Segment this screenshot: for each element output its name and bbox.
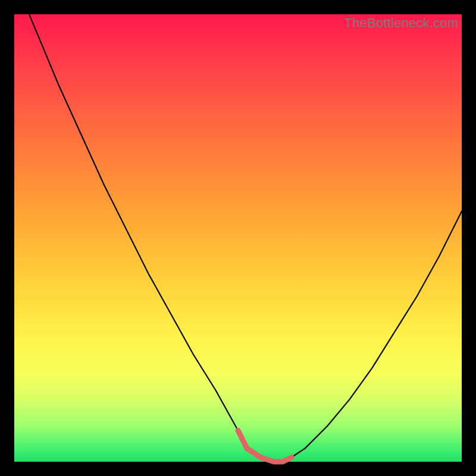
highlight-segment-path [238,430,292,462]
chart-frame: TheBottleneck.com [0,0,476,476]
plot-area: TheBottleneck.com [14,14,462,462]
bottleneck-curve [14,14,462,462]
main-curve-path [14,0,462,462]
